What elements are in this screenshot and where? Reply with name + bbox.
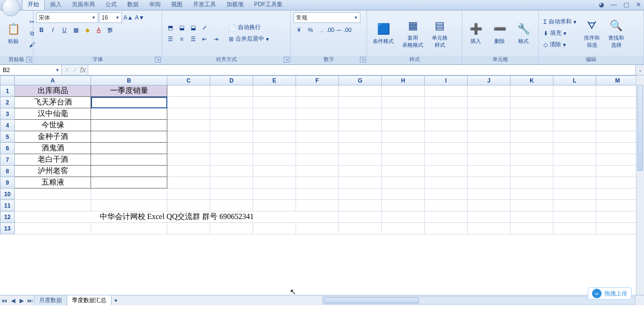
col-header-M[interactable]: M bbox=[596, 76, 639, 85]
cell-styles-button[interactable]: ▤单元格 样式 bbox=[429, 17, 450, 50]
col-header-B[interactable]: B bbox=[91, 76, 167, 85]
col-header-D[interactable]: D bbox=[210, 76, 253, 85]
clipboard-dialog-launcher[interactable]: ↘ bbox=[26, 57, 32, 63]
font-size-combo[interactable]: 16▼ bbox=[99, 12, 122, 23]
tab-view[interactable]: 视图 bbox=[166, 0, 188, 10]
vertical-scroll-thumb[interactable] bbox=[637, 85, 643, 171]
insert-cells-button[interactable]: ➕插入 bbox=[465, 21, 486, 46]
cell-B7[interactable] bbox=[91, 154, 167, 166]
sheet-nav-last[interactable]: ⏭ bbox=[26, 296, 34, 305]
sort-filter-button[interactable]: ᗊ排序和 筛选 bbox=[581, 17, 603, 50]
horizontal-scroll-thumb[interactable] bbox=[324, 297, 419, 304]
col-header-L[interactable]: L bbox=[553, 76, 596, 85]
indent-inc-button[interactable]: ⇥ bbox=[211, 34, 221, 44]
row-header-6[interactable]: 6 bbox=[0, 143, 15, 154]
italic-button[interactable]: I bbox=[48, 25, 58, 35]
formula-input[interactable] bbox=[88, 65, 635, 75]
cancel-formula-icon[interactable]: ✕ bbox=[64, 65, 70, 74]
col-header-C[interactable]: C bbox=[167, 76, 210, 85]
spreadsheet-grid[interactable]: A B C D E F G H I J K L M 1 出库商品 一季度销量 2… bbox=[0, 75, 644, 295]
delete-cells-button[interactable]: ➖删除 bbox=[489, 21, 510, 46]
align-center-button[interactable]: ≡ bbox=[176, 34, 187, 44]
row-header-7[interactable]: 7 bbox=[0, 154, 15, 166]
sheet-nav-prev[interactable]: ◀ bbox=[9, 296, 17, 305]
fx-icon[interactable]: fx bbox=[80, 66, 86, 74]
cell-A7[interactable]: 老白干酒 bbox=[15, 154, 91, 166]
fill-button[interactable]: ⬇ 填充 ▾ bbox=[542, 28, 578, 39]
cell-B8[interactable] bbox=[91, 166, 167, 177]
col-header-J[interactable]: J bbox=[468, 76, 511, 85]
vertical-scrollbar[interactable] bbox=[636, 75, 644, 295]
comma-button[interactable]: , bbox=[317, 25, 327, 35]
tab-home[interactable]: 开始 bbox=[22, 0, 45, 10]
cell-A4[interactable]: 今世缘 bbox=[15, 120, 91, 131]
minimize-icon[interactable]: — bbox=[611, 1, 617, 8]
orientation-button[interactable]: ⤢ bbox=[199, 22, 210, 33]
cell-C1[interactable] bbox=[167, 85, 210, 97]
upload-widget[interactable]: ∞ 拖拽上传 bbox=[588, 287, 632, 300]
cell-B6[interactable] bbox=[91, 143, 167, 154]
sheet-tab-quarterly[interactable]: 季度数据汇总 bbox=[67, 295, 112, 305]
cell-B9[interactable] bbox=[91, 177, 167, 188]
find-select-button[interactable]: 🔍查找和 选择 bbox=[605, 17, 627, 50]
cell-B4[interactable] bbox=[91, 120, 167, 131]
inc-decimal-button[interactable]: .00→ bbox=[328, 25, 338, 35]
row-header-4[interactable]: 4 bbox=[0, 120, 15, 131]
tab-insert[interactable]: 插入 bbox=[45, 0, 67, 10]
phonetic-button[interactable]: 쀍 bbox=[105, 25, 115, 35]
percent-button[interactable]: % bbox=[305, 25, 316, 35]
col-header-I[interactable]: I bbox=[425, 76, 468, 85]
bold-button[interactable]: B bbox=[36, 25, 47, 35]
row-header-5[interactable]: 5 bbox=[0, 131, 15, 143]
help-icon[interactable]: ◕ bbox=[599, 1, 604, 8]
cell-A8[interactable]: 泸州老窖 bbox=[15, 166, 91, 177]
align-left-button[interactable]: ☰ bbox=[165, 34, 175, 44]
format-as-table-button[interactable]: ▦套用 表格格式 bbox=[399, 17, 426, 50]
close-icon[interactable]: ✕ bbox=[636, 1, 641, 8]
font-color-button[interactable]: A bbox=[93, 25, 104, 35]
number-format-combo[interactable]: 常规▼ bbox=[294, 12, 360, 23]
row-header-1[interactable]: 1 bbox=[0, 85, 15, 97]
cell-B5[interactable] bbox=[91, 131, 167, 143]
number-dialog-launcher[interactable]: ↘ bbox=[360, 57, 366, 63]
grow-font-button[interactable]: A▲ bbox=[123, 12, 133, 23]
tab-formulas[interactable]: 公式 bbox=[100, 0, 122, 10]
wrap-text-button[interactable]: 📄自动换行 bbox=[227, 22, 271, 33]
border-button[interactable]: ▦ bbox=[71, 25, 81, 35]
font-name-combo[interactable]: 宋体▼ bbox=[36, 12, 98, 23]
font-dialog-launcher[interactable]: ↘ bbox=[155, 57, 161, 63]
format-cells-button[interactable]: 🔧格式 bbox=[513, 21, 534, 46]
new-sheet-button[interactable]: ✦ bbox=[112, 296, 120, 305]
tab-pdf[interactable]: PDF工具集 bbox=[249, 0, 288, 10]
row-header-12[interactable]: 12 bbox=[0, 211, 15, 223]
row-header-8[interactable]: 8 bbox=[0, 166, 15, 177]
row-header-13[interactable]: 13 bbox=[0, 223, 15, 234]
row-header-2[interactable]: 2 bbox=[0, 97, 15, 108]
tab-layout[interactable]: 页面布局 bbox=[67, 0, 100, 10]
name-box[interactable]: B2▼ bbox=[0, 65, 62, 75]
select-all-corner[interactable] bbox=[0, 76, 15, 85]
sheet-tab-monthly[interactable]: 月度数据 bbox=[34, 295, 67, 305]
row-header-10[interactable]: 10 bbox=[0, 188, 15, 200]
cell-A12[interactable]: 中华会计网校 Excel QQ交流群 群号 690652341 bbox=[15, 211, 339, 223]
fill-color-button[interactable]: ◆ bbox=[82, 25, 92, 35]
align-middle-button[interactable]: ⬓ bbox=[176, 22, 187, 33]
tab-data[interactable]: 数据 bbox=[122, 0, 144, 10]
align-right-button[interactable]: ☰ bbox=[188, 34, 198, 44]
conditional-format-button[interactable]: 🟦条件格式 bbox=[370, 21, 397, 46]
indent-dec-button[interactable]: ⇤ bbox=[199, 34, 210, 44]
tab-review[interactable]: 审阅 bbox=[144, 0, 166, 10]
merge-center-button[interactable]: ⊞合并后居中 ▾ bbox=[227, 34, 271, 44]
cell-A5[interactable]: 金种子酒 bbox=[15, 131, 91, 143]
cell-B2[interactable] bbox=[91, 97, 167, 108]
sheet-nav-next[interactable]: ▶ bbox=[17, 296, 26, 305]
align-dialog-launcher[interactable]: ↘ bbox=[284, 57, 289, 63]
cell-A2[interactable]: 飞天茅台酒 bbox=[15, 97, 91, 108]
row-header-3[interactable]: 3 bbox=[0, 108, 15, 120]
align-bottom-button[interactable]: ⬓ bbox=[188, 22, 198, 33]
underline-button[interactable]: U bbox=[59, 25, 70, 35]
cell-B1[interactable]: 一季度销量 bbox=[91, 85, 167, 97]
col-header-F[interactable]: F bbox=[296, 76, 339, 85]
tab-dev[interactable]: 开发工具 bbox=[188, 0, 221, 10]
cell-A9[interactable]: 五粮液 bbox=[15, 177, 91, 188]
